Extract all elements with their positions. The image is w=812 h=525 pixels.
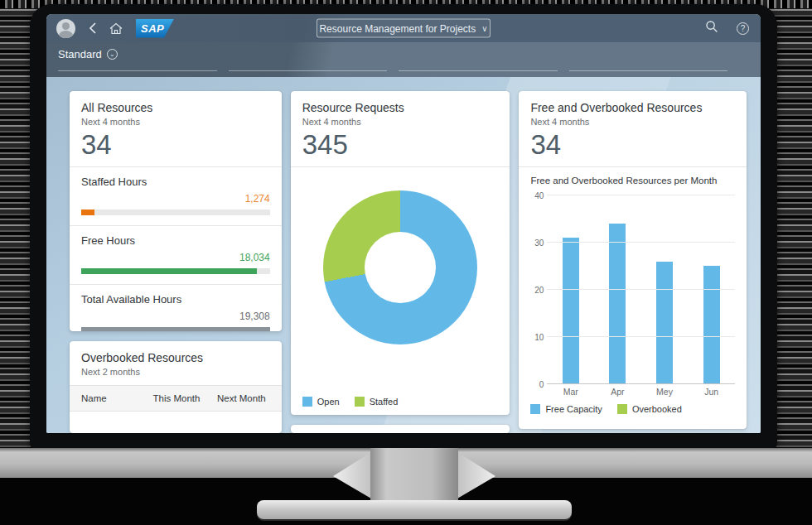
progress-track bbox=[81, 210, 270, 215]
bar-jun[interactable] bbox=[703, 266, 720, 383]
app-header-bar: SAP Resource Management for Projects ∨ ? bbox=[46, 14, 761, 42]
bar-chart-x-labels: MarAprMeyJun bbox=[519, 384, 747, 397]
kpi-label: Staffed Hours bbox=[81, 176, 270, 188]
bar-slot bbox=[688, 195, 735, 383]
kpi-number: 345 bbox=[302, 130, 499, 160]
kpi-value: 19,308 bbox=[81, 311, 270, 322]
dashboard-content: All Resources Next 4 months 34 Staffed H… bbox=[46, 77, 761, 433]
filter-bar: Standard ⌄ bbox=[46, 42, 761, 77]
legend-item-overbooked: Overbooked bbox=[617, 404, 682, 414]
monitor-bezel: SAP Resource Management for Projects ∨ ? bbox=[30, 4, 777, 448]
gridline bbox=[547, 242, 735, 243]
avatar-head-icon bbox=[62, 22, 70, 30]
card-subtitle: Next 4 months bbox=[530, 117, 735, 127]
partially-visible-card[interactable] bbox=[291, 425, 510, 433]
progress-fill bbox=[81, 268, 257, 274]
bar-mey[interactable] bbox=[656, 262, 673, 384]
filter-field[interactable] bbox=[229, 61, 388, 71]
user-avatar[interactable] bbox=[56, 19, 75, 38]
home-icon[interactable] bbox=[109, 22, 123, 35]
y-tick-label: 0 bbox=[539, 380, 544, 389]
bar-chart-y-axis: 010203040 bbox=[527, 195, 547, 384]
free-overbooked-card[interactable]: Free and Overbooked Resources Next 4 mon… bbox=[519, 91, 747, 429]
x-tick-label: Mey bbox=[641, 387, 689, 397]
bar-chart-legend: Free Capacity Overbooked bbox=[519, 397, 747, 422]
column-header-next-month[interactable]: Next Month bbox=[217, 393, 270, 403]
card-title: Free and Overbooked Resources bbox=[530, 101, 735, 114]
help-icon[interactable]: ? bbox=[737, 22, 749, 35]
monitor-stand-column bbox=[370, 448, 458, 508]
kpi-row-free-hours[interactable]: Free Hours 18,034 bbox=[70, 226, 282, 285]
kpi-value: 1,274 bbox=[81, 193, 270, 205]
variant-label: Standard bbox=[58, 48, 102, 60]
x-tick-label: Jun bbox=[688, 387, 735, 397]
y-tick-label: 20 bbox=[534, 286, 544, 295]
donut-legend: Open Staffed bbox=[291, 389, 510, 415]
gridline bbox=[547, 289, 735, 290]
bar-slot bbox=[594, 195, 641, 383]
legend-swatch bbox=[302, 397, 312, 407]
kpi-value: 18,034 bbox=[81, 252, 270, 263]
legend-label: Free Capacity bbox=[545, 404, 602, 414]
gridline bbox=[547, 195, 735, 195]
bar-slot bbox=[547, 195, 594, 383]
filter-field[interactable] bbox=[399, 61, 558, 71]
bar-slot bbox=[641, 195, 689, 383]
kpi-number: 34 bbox=[81, 130, 270, 160]
legend-item-staffed: Staffed bbox=[355, 397, 399, 407]
column-header-name[interactable]: Name bbox=[81, 393, 153, 403]
overbooked-resources-card[interactable]: Overbooked Resources Next 2 months Name … bbox=[70, 341, 282, 433]
column-header-this-month[interactable]: This Month bbox=[153, 393, 217, 403]
kpi-label: Free Hours bbox=[81, 234, 270, 247]
screen: SAP Resource Management for Projects ∨ ? bbox=[46, 14, 761, 433]
app-switcher-dropdown[interactable]: Resource Management for Projects ∨ bbox=[317, 19, 491, 38]
y-tick-label: 30 bbox=[534, 238, 544, 248]
table-header-row: Name This Month Next Month bbox=[70, 385, 282, 412]
bar-mar[interactable] bbox=[563, 238, 579, 383]
kpi-row-staffed-hours[interactable]: Staffed Hours 1,274 bbox=[70, 167, 282, 226]
card-subtitle: Next 2 months bbox=[81, 367, 270, 377]
bar-chart: 010203040 bbox=[519, 187, 747, 384]
filter-fields-row bbox=[58, 61, 727, 71]
bar-apr[interactable] bbox=[609, 224, 626, 383]
progress-fill bbox=[81, 210, 94, 215]
progress-track bbox=[81, 327, 270, 331]
donut-hole bbox=[365, 232, 436, 303]
x-tick-label: Mar bbox=[547, 387, 594, 397]
bar-chart-plot bbox=[547, 195, 735, 384]
chevron-down-icon: ∨ bbox=[481, 24, 487, 33]
donut-chart[interactable] bbox=[323, 190, 477, 344]
search-icon[interactable] bbox=[705, 20, 718, 36]
resource-requests-card[interactable]: Resource Requests Next 4 months 345 bbox=[291, 91, 510, 415]
gridline bbox=[547, 336, 735, 337]
progress-track bbox=[81, 268, 270, 274]
y-tick-label: 10 bbox=[534, 333, 544, 342]
kpi-number: 34 bbox=[530, 130, 735, 160]
variant-selector[interactable]: Standard ⌄ bbox=[58, 48, 118, 60]
avatar-body-icon bbox=[59, 31, 73, 38]
sap-logo: SAP bbox=[136, 19, 174, 38]
card-subtitle: Next 4 months bbox=[81, 117, 270, 127]
kpi-row-total-available-hours[interactable]: Total Available Hours 19,308 bbox=[70, 285, 282, 331]
chart-title: Free and Overbooked Resources per Month bbox=[519, 167, 747, 187]
monitor-mockup-scene: SAP Resource Management for Projects ∨ ? bbox=[0, 0, 812, 525]
kpi-label: Total Available Hours bbox=[81, 293, 270, 306]
legend-swatch bbox=[617, 404, 627, 414]
filter-field[interactable] bbox=[58, 61, 217, 71]
variant-chevron-icon: ⌄ bbox=[107, 49, 118, 60]
progress-fill bbox=[81, 327, 270, 331]
legend-label: Staffed bbox=[370, 397, 399, 407]
card-title: Overbooked Resources bbox=[81, 351, 270, 364]
card-subtitle: Next 4 months bbox=[302, 117, 499, 127]
legend-item-open: Open bbox=[302, 397, 340, 407]
legend-swatch bbox=[530, 404, 540, 414]
legend-label: Open bbox=[317, 397, 340, 407]
y-tick-label: 40 bbox=[534, 191, 544, 200]
card-title: All Resources bbox=[81, 101, 270, 114]
all-resources-card[interactable]: All Resources Next 4 months 34 Staffed H… bbox=[70, 91, 282, 331]
card-title: Resource Requests bbox=[302, 101, 499, 114]
legend-label: Overbooked bbox=[632, 404, 682, 414]
back-icon[interactable] bbox=[89, 22, 96, 34]
x-tick-label: Apr bbox=[594, 387, 641, 397]
filter-field[interactable] bbox=[569, 61, 728, 71]
